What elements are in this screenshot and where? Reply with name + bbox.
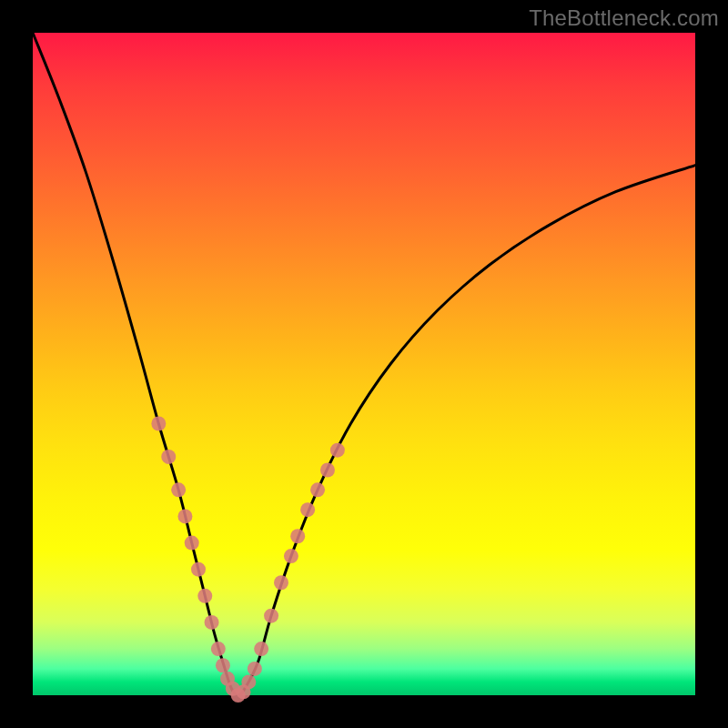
marker-dot bbox=[330, 443, 345, 458]
marker-dot bbox=[197, 589, 212, 603]
marker-dot bbox=[171, 482, 186, 497]
marker-dot bbox=[161, 450, 176, 464]
marker-dot bbox=[274, 575, 288, 590]
marker-dot bbox=[300, 502, 315, 517]
curve-path bbox=[33, 33, 695, 695]
marker-dot bbox=[205, 615, 219, 630]
marker-dots bbox=[151, 417, 345, 703]
marker-dot bbox=[151, 417, 166, 431]
marker-dot bbox=[290, 529, 305, 543]
chart-frame: TheBottleneck.com bbox=[0, 0, 728, 728]
marker-dot bbox=[248, 662, 262, 676]
marker-dot bbox=[185, 536, 199, 551]
marker-dot bbox=[241, 674, 256, 689]
marker-dot bbox=[177, 509, 192, 523]
marker-dot bbox=[211, 642, 226, 656]
plot-area bbox=[33, 33, 695, 695]
marker-dot bbox=[284, 549, 298, 563]
marker-dot bbox=[191, 562, 206, 577]
chart-svg bbox=[33, 33, 695, 695]
marker-dot bbox=[310, 482, 325, 497]
watermark-text: TheBottleneck.com bbox=[529, 5, 719, 31]
marker-dot bbox=[264, 609, 278, 623]
curve-line bbox=[33, 33, 695, 695]
marker-dot bbox=[320, 462, 335, 477]
marker-dot bbox=[254, 642, 268, 656]
marker-dot bbox=[216, 658, 230, 672]
